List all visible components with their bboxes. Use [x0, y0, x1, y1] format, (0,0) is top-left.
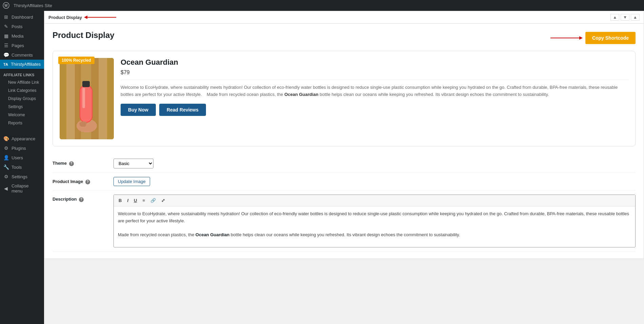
users-icon: 👤 — [3, 155, 9, 160]
editor-list-button[interactable]: ≡ — [140, 197, 147, 204]
product-price: $79 — [121, 69, 628, 76]
theme-select[interactable]: Basic Advanced Minimal — [113, 159, 153, 168]
product-badge: 100% Recycled — [58, 57, 95, 64]
red-arrow-right-icon — [549, 35, 583, 41]
main-content: Product Display ▲ ▼ ▲ Product Display — [44, 11, 644, 324]
editor-content[interactable]: Welcome to EcoHydrate, where sustainabil… — [114, 206, 635, 247]
panel-body: Product Display Copy Shortcode 100% Recy… — [44, 24, 644, 259]
editor-toolbar: B I U ≡ 🔗 ⤢ — [114, 195, 635, 206]
product-image-help-icon[interactable]: ? — [85, 180, 90, 184]
media-icon: ▦ — [3, 33, 9, 39]
sidebar: ⊞ Dashboard ✎ Posts ▦ Media ☰ Pages 💬 Co… — [0, 11, 44, 324]
panel-title-wrap: Product Display — [48, 15, 118, 20]
svg-marker-3 — [84, 16, 87, 19]
svg-rect-17 — [82, 81, 90, 87]
admin-bar-site-name: ThirstyAffiliates Site — [14, 3, 52, 8]
admin-bar: W ThirstyAffiliates Site — [0, 0, 644, 11]
form-section: Theme ? Basic Advanced Minimal Produ — [53, 155, 636, 252]
sidebar-item-thirstyaffiliates[interactable]: TA ThirstyAffiliates — [0, 60, 44, 69]
product-name: Ocean Guardian — [121, 58, 628, 67]
product-image — [60, 58, 114, 139]
description-editor-wrap: B I U ≡ 🔗 ⤢ Welcome to EcoHydrate, where… — [113, 195, 636, 247]
sidebar-sub-reports[interactable]: Reports — [0, 119, 44, 127]
red-arrow-left-icon — [84, 15, 118, 20]
sidebar-sub-welcome[interactable]: Welcome — [0, 111, 44, 119]
comments-icon: 💬 — [3, 52, 9, 58]
buy-now-button[interactable]: Buy Now — [121, 104, 156, 116]
svg-marker-5 — [579, 36, 583, 40]
panel-collapse-button[interactable]: ▲ — [631, 14, 640, 21]
product-image-label: Product Image ? — [53, 177, 107, 184]
editor-fullscreen-button[interactable]: ⤢ — [159, 197, 167, 204]
product-description: Welcome to EcoHydrate, where sustainabil… — [121, 84, 628, 98]
panel-down-button[interactable]: ▼ — [621, 14, 629, 21]
sidebar-item-pages[interactable]: ☰ Pages — [0, 41, 44, 50]
description-p1: Welcome to EcoHydrate, where sustainabil… — [118, 210, 631, 225]
product-image-row: Product Image ? Update Image — [53, 173, 636, 190]
dashboard-icon: ⊞ — [3, 14, 9, 20]
product-display-heading: Product Display — [53, 31, 115, 40]
panel-header: Product Display ▲ ▼ ▲ — [44, 11, 644, 24]
sidebar-sub-display-groups[interactable]: Display Groups — [0, 95, 44, 103]
copy-shortcode-button[interactable]: Copy Shortcode — [585, 32, 636, 44]
thirstyaffiliates-icon: TA — [3, 62, 8, 66]
sidebar-item-tools[interactable]: 🔧 Tools — [0, 162, 44, 172]
theme-label: Theme ? — [53, 159, 107, 166]
sidebar-item-comments[interactable]: 💬 Comments — [0, 50, 44, 60]
sidebar-item-users[interactable]: 👤 Users — [0, 153, 44, 162]
theme-control-wrap: Basic Advanced Minimal — [113, 159, 636, 168]
product-image-control-wrap: Update Image — [113, 177, 636, 186]
svg-rect-15 — [80, 85, 92, 122]
tools-icon: 🔧 — [3, 164, 9, 170]
svg-rect-13 — [107, 58, 114, 139]
product-divider — [121, 80, 628, 80]
sidebar-item-plugins[interactable]: ⚙ Plugins — [0, 143, 44, 153]
panel-top-left: Product Display — [53, 31, 115, 45]
plugins-icon: ⚙ — [3, 145, 9, 151]
svg-point-20 — [86, 122, 94, 128]
sidebar-item-posts[interactable]: ✎ Posts — [0, 22, 44, 31]
wordpress-logo-icon: W — [3, 2, 9, 9]
panel-top-right: Copy Shortcode — [549, 32, 636, 44]
editor-italic-button[interactable]: I — [125, 197, 130, 204]
read-reviews-button[interactable]: Read Reviews — [159, 104, 206, 116]
collapse-menu-icon: ◀ — [3, 186, 9, 191]
affiliate-links-label: Affiliate Links — [0, 70, 44, 78]
sidebar-sub-settings[interactable]: Settings — [0, 103, 44, 111]
svg-text:W: W — [4, 4, 8, 7]
sidebar-item-media[interactable]: ▦ Media — [0, 31, 44, 41]
affiliate-links-group: Affiliate Links New Affiliate Link Link … — [0, 70, 44, 127]
sidebar-sub-link-categories[interactable]: Link Categories — [0, 86, 44, 95]
editor-bold-button[interactable]: B — [117, 197, 124, 204]
update-image-button[interactable]: Update Image — [113, 177, 150, 186]
description-label: Description ? — [53, 195, 107, 202]
settings-main-icon: ⚙ — [3, 174, 9, 179]
theme-row: Theme ? Basic Advanced Minimal — [53, 155, 636, 173]
sidebar-sub-new-affiliate-link[interactable]: New Affiliate Link — [0, 78, 44, 86]
svg-point-19 — [79, 121, 87, 127]
description-p2: Made from recycled ocean plastics, the O… — [118, 231, 631, 239]
svg-rect-7 — [60, 58, 66, 139]
panel-header-title: Product Display — [48, 15, 82, 20]
theme-help-icon[interactable]: ? — [69, 161, 74, 166]
editor-underline-button[interactable]: U — [132, 197, 139, 204]
appearance-icon: 🎨 — [3, 136, 9, 141]
posts-icon: ✎ — [3, 24, 9, 29]
panel-up-button[interactable]: ▲ — [610, 14, 619, 21]
product-card: 100% Recycled — [53, 51, 636, 146]
sidebar-item-dashboard[interactable]: ⊞ Dashboard — [0, 12, 44, 22]
panel-top-row: Product Display Copy Shortcode — [53, 31, 636, 45]
svg-rect-18 — [82, 88, 85, 108]
description-help-icon[interactable]: ? — [79, 197, 84, 202]
product-actions: Buy Now Read Reviews — [121, 104, 628, 116]
sidebar-item-appearance[interactable]: 🎨 Appearance — [0, 134, 44, 143]
sidebar-item-settings-main[interactable]: ⚙ Settings — [0, 172, 44, 181]
editor: B I U ≡ 🔗 ⤢ Welcome to EcoHydrate, where… — [113, 195, 636, 247]
product-info: Ocean Guardian $79 Welcome to EcoHydrate… — [121, 58, 628, 116]
sidebar-item-collapse-menu[interactable]: ◀ Collapse menu — [0, 181, 44, 196]
pages-icon: ☰ — [3, 43, 9, 48]
editor-link-button[interactable]: 🔗 — [148, 197, 158, 204]
svg-rect-12 — [99, 58, 107, 139]
panel-controls: ▲ ▼ ▲ — [610, 14, 640, 21]
product-display-panel: Product Display ▲ ▼ ▲ Product Display — [44, 11, 644, 259]
